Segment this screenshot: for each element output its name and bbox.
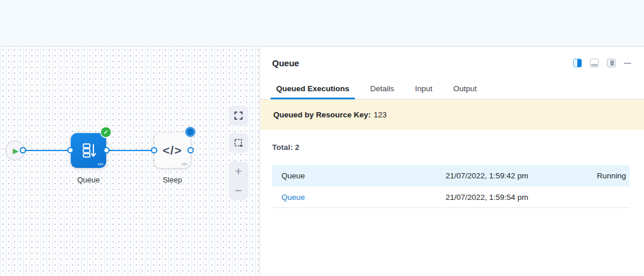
layout-split-icon[interactable] [573,59,582,67]
edge-start-to-queue[interactable] [23,150,71,151]
collapse-panel-icon[interactable] [624,63,631,64]
node-queue[interactable]: </> [71,133,106,168]
execution-timestamp: 21/07/2022, 1:59:54 pm [446,193,560,202]
selection-box-icon [234,138,243,148]
fullscreen-icon [234,111,243,120]
execution-row[interactable]: Queue 21/07/2022, 1:59:54 pm [272,187,629,208]
resource-key-banner: Queued by Resource Key: 123 [261,99,644,130]
box-select-button[interactable] [229,133,248,153]
tab-output[interactable]: Output [447,84,483,99]
node-label-sleep: Sleep [154,175,190,184]
check-icon: ✓ [103,129,108,135]
port-start-output[interactable] [20,147,26,153]
panel-tabs: Queued Executions Details Input Output [261,84,644,99]
edge-queue-to-sleep[interactable] [106,150,154,151]
running-badge-icon [185,127,196,137]
node-sleep[interactable]: </> </> [154,133,190,168]
total-count: Total: 2 [272,143,629,152]
port-sleep-input[interactable] [151,147,157,153]
tab-details[interactable]: Details [364,84,400,99]
layout-right-icon[interactable] [607,59,616,67]
play-icon: ▶ [13,147,19,155]
zoom-control-group: + − [229,162,248,200]
panel-title: Queue [272,58,573,68]
top-bar [0,0,644,46]
panel-layout-controls [573,59,631,67]
code-badge-icon: </> [97,162,103,166]
execution-name-link[interactable]: Queue [272,193,446,202]
port-queue-output[interactable] [103,147,110,153]
execution-status: Running [560,171,629,180]
node-label-queue: Queue [71,175,106,184]
tab-input[interactable]: Input [409,84,438,99]
code-icon: </> [162,144,182,157]
zoom-out-button[interactable]: − [229,181,248,200]
plus-icon: + [235,164,242,178]
success-badge-icon: ✓ [101,127,111,137]
flow-canvas[interactable]: ▶ </> </> </> ✓ Queue Sleep [0,47,260,276]
execution-row[interactable]: Queue 21/07/2022, 1:59:42 pm Running [272,165,629,187]
code-badge-icon: </> [182,162,187,166]
executions-table: Queue 21/07/2022, 1:59:42 pm Running Que… [272,165,629,208]
port-queue-input[interactable] [67,147,74,153]
execution-name: Queue [272,171,446,180]
port-sleep-output[interactable] [187,147,194,153]
executions-section: Total: 2 Queue 21/07/2022, 1:59:42 pm Ru… [261,130,644,208]
resource-key-label: Queued by Resource Key: [273,110,371,119]
tab-queued-executions[interactable]: Queued Executions [270,84,355,99]
resource-key-value: 123 [374,110,387,119]
panel-header: Queue [261,47,644,68]
detail-panel: Queue Queued Executions Details Input Ou… [261,47,644,276]
fit-view-button[interactable] [229,106,248,126]
zoom-in-button[interactable]: + [229,162,248,181]
minus-icon: − [235,184,242,198]
queue-icon [79,141,98,160]
execution-timestamp: 21/07/2022, 1:59:42 pm [446,171,560,180]
layout-bottom-icon[interactable] [590,59,599,67]
